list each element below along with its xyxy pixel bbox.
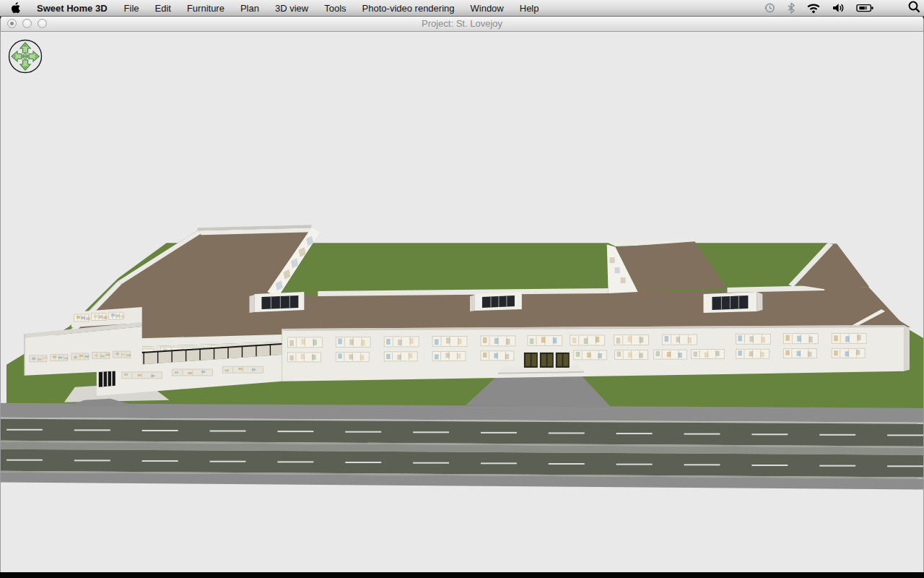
- roof-monitor-right: [703, 292, 762, 313]
- roof-monitor-left: [249, 292, 304, 313]
- menu-bar: Sweet Home 3D File Edit Furniture Plan 3…: [0, 0, 924, 17]
- menu-photo-video-rendering[interactable]: Photo-video rendering: [354, 3, 463, 14]
- zoom-center-control[interactable]: [22, 53, 28, 60]
- navigation-compass[interactable]: [7, 38, 43, 74]
- 3d-viewport[interactable]: [0, 32, 924, 572]
- menu-tools[interactable]: Tools: [316, 3, 354, 14]
- bluetooth-icon[interactable]: [787, 1, 796, 14]
- menu-furniture[interactable]: Furniture: [179, 3, 232, 14]
- screen-bottom-strip: [0, 572, 924, 578]
- entrance-doors: [524, 353, 570, 368]
- spotlight-search-icon[interactable]: [907, 0, 921, 16]
- battery-icon[interactable]: [856, 1, 874, 14]
- pan-up-arrow[interactable]: [20, 43, 30, 53]
- menu-help[interactable]: Help: [512, 3, 547, 14]
- menu-edit[interactable]: Edit: [147, 3, 179, 14]
- menu-3d-view[interactable]: 3D view: [267, 3, 316, 14]
- menu-file[interactable]: File: [116, 3, 147, 14]
- apple-logo-icon: [10, 2, 21, 14]
- menu-window[interactable]: Window: [463, 3, 512, 14]
- window-title-bar[interactable]: Project: St. Lovejoy: [0, 16, 924, 32]
- apple-menu[interactable]: [10, 2, 21, 14]
- left-end-block: [25, 307, 142, 376]
- time-machine-icon[interactable]: [763, 1, 776, 14]
- status-icons: [763, 1, 874, 14]
- 3d-scene: [1, 32, 923, 572]
- pan-left-arrow[interactable]: [12, 51, 22, 61]
- pan-right-arrow[interactable]: [29, 51, 39, 61]
- volume-icon[interactable]: [832, 1, 845, 14]
- wifi-icon[interactable]: [806, 1, 821, 14]
- roof-monitor-center: [470, 292, 522, 311]
- menu-plan[interactable]: Plan: [232, 3, 267, 14]
- window-title: Project: St. Lovejoy: [1, 18, 923, 29]
- road: [1, 403, 923, 490]
- pan-down-arrow[interactable]: [20, 60, 30, 70]
- app-menu-title[interactable]: Sweet Home 3D: [28, 3, 116, 14]
